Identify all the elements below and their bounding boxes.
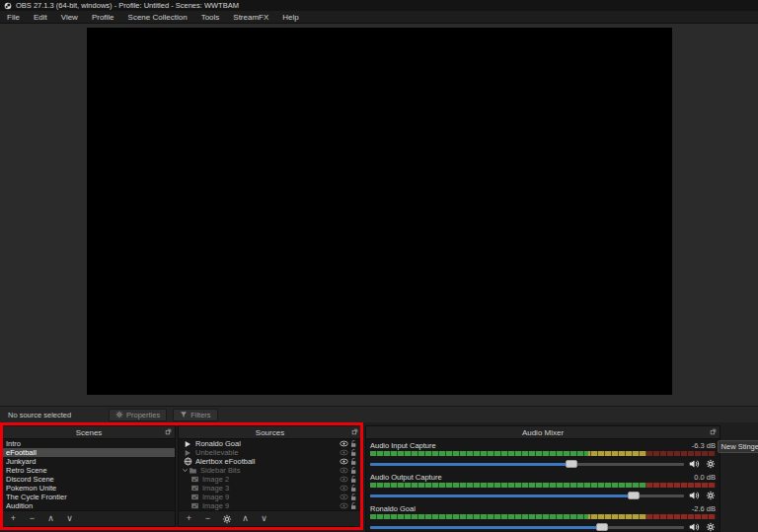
group-source-icon (189, 466, 197, 475)
source-row[interactable]: Image 3 (179, 484, 361, 493)
panel-options-icon[interactable] (710, 428, 717, 435)
channel-gear-icon[interactable] (705, 522, 716, 532)
slider-fill (370, 494, 634, 497)
scene-row[interactable]: Junkyard (3, 457, 175, 466)
scene-row[interactable]: Pokemon Unite (3, 484, 175, 493)
menu-item-profile[interactable]: Profile (85, 11, 121, 24)
slider-handle[interactable] (628, 492, 640, 499)
properties-label: Properties (126, 411, 160, 419)
filter-icon (180, 411, 188, 418)
volume-slider[interactable] (370, 521, 684, 532)
eye-visible-icon[interactable] (339, 458, 348, 465)
eye-visible-icon[interactable] (339, 440, 348, 447)
eye-hidden-icon[interactable] (339, 502, 348, 509)
panel-options-icon[interactable] (351, 428, 358, 435)
unlock-icon[interactable] (348, 475, 358, 484)
scene-row[interactable]: Intro (3, 439, 175, 448)
menu-item-file[interactable]: File (0, 11, 27, 24)
source-row[interactable]: Unbelievable (179, 448, 361, 457)
speaker-icon[interactable] (689, 491, 700, 501)
unlock-icon[interactable] (348, 466, 358, 475)
properties-button[interactable]: Properties (109, 409, 167, 421)
slider-handle[interactable] (566, 460, 577, 468)
scene-label: Discord Scene (6, 475, 172, 484)
add-button[interactable]: + (184, 513, 194, 524)
source-row[interactable]: Image 9 (179, 493, 361, 501)
source-label: Unbelievable (195, 448, 339, 457)
unlock-icon[interactable] (348, 501, 358, 510)
meter-segment (588, 451, 647, 456)
source-label: Image 3 (202, 484, 339, 493)
unlock-icon[interactable] (348, 448, 358, 457)
volume-meter (370, 483, 716, 488)
eye-hidden-icon[interactable] (339, 476, 348, 483)
eye-hidden-icon[interactable] (339, 467, 348, 474)
source-row[interactable]: Image 9 (179, 501, 361, 510)
remove-button[interactable]: − (202, 513, 213, 524)
add-button[interactable]: + (8, 513, 19, 524)
channel-db-value: 0.0 dB (694, 473, 716, 482)
audio-mixer-panel: Audio Mixer Audio Input Capture-6.3 dBAu… (365, 425, 720, 532)
eye-hidden-icon[interactable] (339, 494, 348, 500)
source-row[interactable]: Alertbox eFootball (179, 457, 361, 466)
media-source-icon (184, 448, 192, 457)
scenes-panel: Scenes IntroeFootballJunkyardRetro Scene… (2, 425, 176, 527)
chevron-down-icon[interactable] (182, 467, 189, 474)
sources-panel-header: Sources (179, 426, 361, 439)
volume-slider[interactable] (370, 458, 684, 470)
scene-label: Intro (6, 439, 172, 448)
speaker-icon[interactable] (689, 522, 700, 532)
menu-item-scene-collection[interactable]: Scene Collection (121, 11, 194, 24)
meter-segment (370, 483, 646, 488)
unlock-icon[interactable] (348, 484, 358, 493)
scene-row[interactable]: Retro Scene (3, 466, 175, 475)
move-up-button[interactable]: ∧ (240, 513, 251, 524)
volume-meter (370, 514, 716, 519)
unlock-icon[interactable] (348, 439, 358, 448)
scene-row[interactable]: Discord Scene (3, 475, 175, 484)
menu-item-streamfx[interactable]: StreamFX (226, 11, 275, 24)
remove-button[interactable]: − (27, 513, 38, 524)
move-down-button[interactable]: ∨ (259, 513, 269, 524)
source-label: Ronaldo Goal (195, 439, 339, 448)
gear-button[interactable] (221, 513, 232, 524)
unlock-icon[interactable] (348, 457, 358, 466)
channel-gear-icon[interactable] (705, 459, 716, 470)
gear-icon (115, 411, 123, 418)
preview-canvas[interactable] (87, 28, 672, 395)
filters-button[interactable]: Filters (173, 409, 217, 421)
eye-hidden-icon[interactable] (339, 449, 348, 456)
channel-db-value: -6.3 dB (692, 441, 716, 450)
image-source-icon (190, 493, 199, 501)
scene-label: The Cycle Frontier (6, 493, 172, 501)
menu-item-edit[interactable]: Edit (27, 11, 54, 24)
menu-item-view[interactable]: View (54, 11, 85, 24)
slider-handle[interactable] (596, 523, 608, 531)
image-source-icon (190, 501, 199, 510)
scene-row[interactable]: The Cycle Frontier (3, 493, 175, 501)
unlock-icon[interactable] (348, 493, 358, 501)
scene-row[interactable]: Audition (3, 501, 175, 510)
source-row[interactable]: Ronaldo Goal (179, 439, 361, 448)
scene-label: Retro Scene (6, 466, 172, 475)
menu-item-tools[interactable]: Tools (194, 11, 227, 24)
eye-hidden-icon[interactable] (339, 485, 348, 492)
source-row[interactable]: Image 2 (179, 475, 361, 484)
meter-segment (588, 514, 647, 519)
move-down-button[interactable]: ∨ (64, 513, 75, 524)
meter-segment (646, 483, 716, 488)
source-label: Image 2 (202, 475, 339, 484)
menu-item-help[interactable]: Help (275, 11, 305, 24)
panel-options-icon[interactable] (165, 428, 172, 435)
channel-name: Audio Input Capture (370, 441, 436, 450)
new-stinger-button[interactable]: New Stinger (718, 440, 758, 453)
channel-gear-icon[interactable] (705, 491, 716, 501)
volume-slider[interactable] (370, 490, 684, 501)
audio-channels: Audio Input Capture-6.3 dBAudio Output C… (366, 439, 720, 532)
scene-row[interactable]: eFootball (3, 448, 175, 457)
source-row[interactable]: Sidebar Bits (179, 466, 361, 475)
filters-label: Filters (190, 411, 210, 419)
media-source-icon (184, 439, 192, 448)
speaker-icon[interactable] (689, 459, 700, 470)
move-up-button[interactable]: ∧ (45, 513, 56, 524)
